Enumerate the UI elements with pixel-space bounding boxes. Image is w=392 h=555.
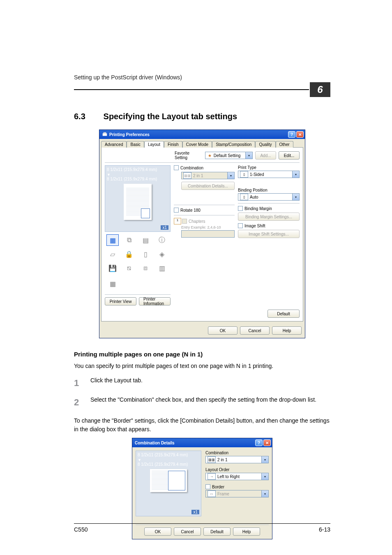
paper-size-top: 8 1/2x11 (215.9x279.4 mm) [107, 167, 168, 172]
printer-view-button[interactable]: Printer View [105, 297, 136, 305]
list-icon[interactable]: ▥ [156, 262, 168, 274]
color-icon[interactable]: ◈ [156, 248, 168, 260]
detail-view-icon[interactable]: ⧉ [123, 234, 135, 246]
paper-graphic-2 [150, 469, 187, 492]
svg-rect-1 [104, 132, 106, 134]
help-button[interactable]: Help [272, 326, 302, 335]
watermark-icon[interactable]: ⧅ [123, 262, 135, 274]
default-button[interactable]: Default [267, 310, 300, 318]
binding-margin-checkbox[interactable] [238, 206, 243, 211]
security-icon[interactable]: ⧇ [139, 262, 152, 274]
chevron-down-icon: ▾ [245, 152, 252, 159]
nin1-icon: ▥▥ [183, 172, 191, 179]
border-checkbox[interactable] [205, 484, 210, 489]
zoom-indicator: x1 [161, 225, 168, 230]
context-help-button[interactable]: ? [288, 131, 295, 138]
paper-size-bottom-2: 8 1/2x11 (215.9x279.4 mm) [138, 462, 199, 467]
single-sided-icon: ▯ [240, 171, 248, 178]
chevron-down-icon: ▾ [227, 172, 234, 179]
layout-view-icon[interactable]: ▦ [106, 234, 119, 246]
paper-view-icon[interactable]: ▤ [139, 234, 152, 246]
save-icon[interactable]: 💾 [106, 262, 119, 274]
combination-checkbox[interactable] [174, 165, 179, 170]
chapters-icon: 1 [174, 218, 181, 224]
page-footer: C550 6-13 [74, 523, 330, 533]
image-shift-checkbox[interactable] [238, 223, 243, 228]
dialog-title-bar: Printing Preferences ? ✕ [99, 130, 305, 139]
tab-strip: Advanced Basic Layout Finish Cover Mode … [99, 139, 305, 147]
close-button[interactable]: ✕ [296, 131, 304, 138]
layout-order-label: Layout Order [205, 467, 269, 472]
page-preview-2: 8 1/2x11 (215.9x279.4 mm) ▼ 8 1/2x11 (21… [136, 451, 201, 516]
dialog2-title: Combination Details [135, 441, 175, 445]
layout-order-combo[interactable]: → Left to Right ▾ [205, 473, 269, 480]
subheading: Printing multiple pages on one page (N i… [74, 351, 330, 358]
rotate180-label: Rotate 180 [180, 208, 201, 213]
paper-size-top-2: 8 1/2x11 (215.9x279.4 mm) [138, 453, 199, 457]
combination-value: 2 in 1 [193, 173, 203, 178]
print-type-combo[interactable]: ▯ 1-Sided ▾ [238, 171, 300, 178]
step-2-text: Select the "Combination" check box, and … [90, 395, 316, 409]
svg-rect-0 [103, 133, 107, 136]
tab-cover-mode[interactable]: Cover Mode [182, 141, 212, 148]
rotate180-checkbox[interactable] [174, 208, 179, 213]
paper-size-bottom: 8 1/2x11 (215.9x279.4 mm) [107, 177, 168, 181]
step-1-number: 1 [74, 376, 90, 390]
step-2-number: 2 [74, 395, 90, 409]
chevron-down-icon: ▾ [261, 456, 268, 463]
frame-icon: ▭ [208, 490, 216, 497]
preview-iconbar-row1: ▦ ⧉ ▤ ⓘ [105, 232, 171, 248]
info-view-icon[interactable]: ⓘ [156, 234, 168, 246]
favorite-setting-label: Favorite Setting [175, 151, 203, 160]
close-button[interactable]: ✕ [263, 439, 271, 446]
binding-position-label: Binding Position [238, 188, 300, 192]
dialog-title: Printing Preferences [109, 132, 150, 137]
ok-button[interactable]: OK [208, 326, 238, 335]
tab-layout[interactable]: Layout [144, 141, 164, 148]
stack-icon[interactable]: ▱ [106, 248, 119, 260]
mini-layout-icon [141, 208, 150, 218]
favorite-setting-combo[interactable]: ★ Default Setting ▾ [205, 152, 253, 159]
tab-other[interactable]: Other [276, 141, 293, 148]
cancel-button[interactable]: Cancel [240, 326, 270, 335]
combination-label: Combination [180, 166, 203, 170]
star-icon: ★ [207, 153, 213, 158]
border-value: Frame [217, 492, 229, 496]
footer-page: 6-13 [319, 526, 330, 533]
section-number: 6.3 [74, 112, 101, 121]
tab-basic[interactable]: Basic [127, 141, 144, 148]
favorite-edit-button[interactable]: Edit... [279, 151, 300, 160]
binding-margin-settings-button: Binding Margin Settings... [238, 213, 300, 221]
nin1-icon: ▥▥ [208, 456, 216, 463]
tab-quality[interactable]: Quality [255, 141, 275, 148]
paper-graphic [124, 184, 152, 220]
context-help-button[interactable]: ? [255, 439, 263, 446]
header-rule: 6 [74, 82, 330, 97]
tab-advanced[interactable]: Advanced [101, 141, 127, 148]
dialog2-title-bar: Combination Details ? ✕ [132, 438, 272, 447]
favorite-setting-value: Default Setting [214, 153, 241, 158]
preview-iconbar-row2: ▱ 🔒 ▯ ◈ [105, 248, 171, 262]
combination-details-button: Combination Details... [181, 182, 235, 190]
lock-icon[interactable]: 🔒 [123, 248, 135, 260]
chapter-number-badge: 6 [310, 82, 330, 97]
grid-icon[interactable]: ▦ [106, 278, 119, 289]
print-type-value: 1-Sided [250, 172, 264, 177]
tab-finish[interactable]: Finish [164, 141, 182, 148]
binding-position-combo[interactable]: ▯ Auto ▾ [238, 193, 300, 201]
zoom-indicator-2: x1 [191, 510, 199, 514]
printing-preferences-dialog: Printing Preferences ? ✕ Advanced Basic … [99, 130, 305, 338]
binding-position-value: Auto [250, 195, 258, 199]
chevron-down-icon: ▾ [261, 490, 268, 497]
page-icon[interactable]: ▯ [139, 248, 152, 260]
chevron-down-icon: ▾ [292, 194, 299, 200]
page-preview: 8 1/2x11 (215.9x279.4 mm) ▼ 8 1/2x11 (21… [105, 165, 171, 232]
combination-combo-2[interactable]: ▥▥ 2 in 1 ▾ [205, 456, 269, 463]
paragraph-2: To change the "Border" settings, click t… [74, 416, 330, 434]
running-head: Setting up the PostScript driver (Window… [74, 74, 330, 81]
chapters-input [181, 230, 235, 238]
printer-information-button[interactable]: Printer Information [139, 297, 171, 305]
combination-combo: ▥▥ 2 in 1 ▾ [181, 172, 235, 179]
tab-stamp-composition[interactable]: Stamp/Composition [212, 141, 255, 148]
combination-value-2: 2 in 1 [217, 458, 227, 462]
